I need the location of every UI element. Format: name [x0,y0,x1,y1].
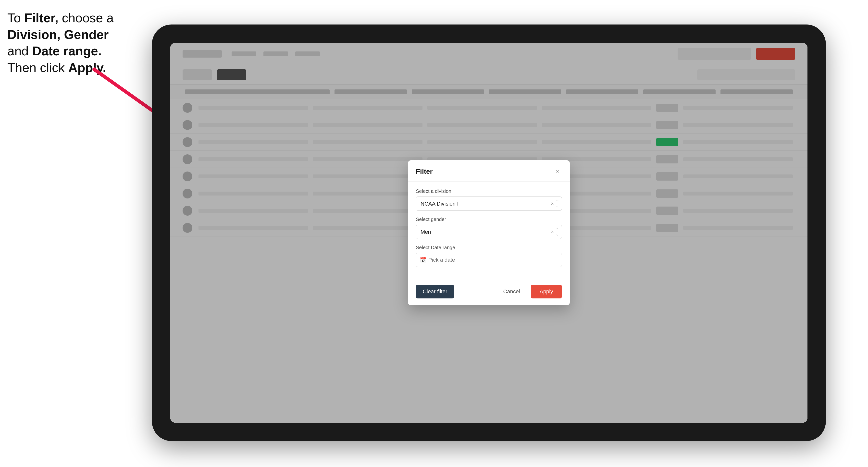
division-clear-icon[interactable]: × [551,201,554,206]
division-form-group: Select a division NCAA Division I NCAA D… [416,188,562,211]
apply-button[interactable]: Apply [531,285,562,299]
division-select-icons: × ⌃⌄ [551,199,559,208]
division-label: Select a division [416,188,562,194]
tablet-frame: Filter × Select a division NCAA Division… [152,25,826,441]
instruction-date: Date range. [32,44,101,58]
instruction-and: and Date range. [7,44,101,58]
division-select-wrapper: NCAA Division I NCAA Division II NCAA Di… [416,196,562,211]
modal-overlay: Filter × Select a division NCAA Division… [170,43,807,423]
instruction-line1: To Filter, choose a [7,11,114,25]
instruction-division-gender: Division, Gender [7,27,108,42]
division-chevron-icon: ⌃⌄ [556,199,559,208]
date-form-group: Select Date range 📅 [416,245,562,267]
filter-modal: Filter × Select a division NCAA Division… [408,160,570,305]
instruction-text: To Filter, choose a Division, Gender and… [7,10,145,76]
close-icon: × [556,168,559,175]
gender-chevron-icon: ⌃⌄ [556,227,559,237]
modal-header: Filter × [408,160,570,182]
calendar-icon: 📅 [420,257,426,263]
modal-footer-right: Cancel Apply [496,285,562,299]
filter-word: Filter, [24,11,58,25]
modal-footer: Clear filter Cancel Apply [408,280,570,305]
gender-clear-icon[interactable]: × [551,229,554,234]
date-label: Select Date range [416,245,562,250]
date-input[interactable] [416,253,562,267]
gender-label: Select gender [416,217,562,222]
modal-title: Filter [416,167,433,176]
division-select[interactable]: NCAA Division I NCAA Division II NCAA Di… [416,196,562,211]
cancel-button[interactable]: Cancel [496,285,527,299]
gender-select-icons: × ⌃⌄ [551,227,559,237]
clear-filter-button[interactable]: Clear filter [416,285,454,299]
date-input-wrapper: 📅 [416,253,562,267]
tablet-screen: Filter × Select a division NCAA Division… [170,43,807,423]
modal-close-button[interactable]: × [553,167,562,176]
gender-select[interactable]: Men Women Mixed [416,225,562,239]
gender-form-group: Select gender Men Women Mixed × ⌃⌄ [416,217,562,239]
gender-select-wrapper: Men Women Mixed × ⌃⌄ [416,225,562,239]
modal-body: Select a division NCAA Division I NCAA D… [408,182,570,280]
instruction-then: Then click Apply. [7,61,106,75]
instruction-apply: Apply. [68,61,106,75]
